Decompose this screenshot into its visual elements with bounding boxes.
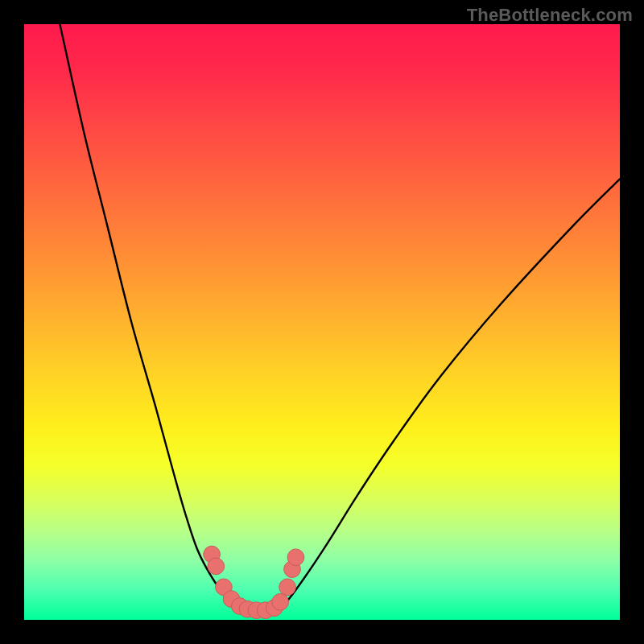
bottom-markers — [204, 546, 304, 618]
marker-point — [287, 549, 304, 566]
plot-area — [24, 24, 620, 620]
marker-point — [208, 558, 225, 575]
right-curve — [275, 179, 620, 611]
marker-point — [272, 593, 289, 610]
watermark-text: TheBottleneck.com — [467, 5, 633, 26]
chart-frame: TheBottleneck.com — [0, 0, 644, 644]
marker-point — [279, 579, 296, 596]
left-curve — [60, 24, 244, 611]
chart-svg — [24, 24, 620, 620]
